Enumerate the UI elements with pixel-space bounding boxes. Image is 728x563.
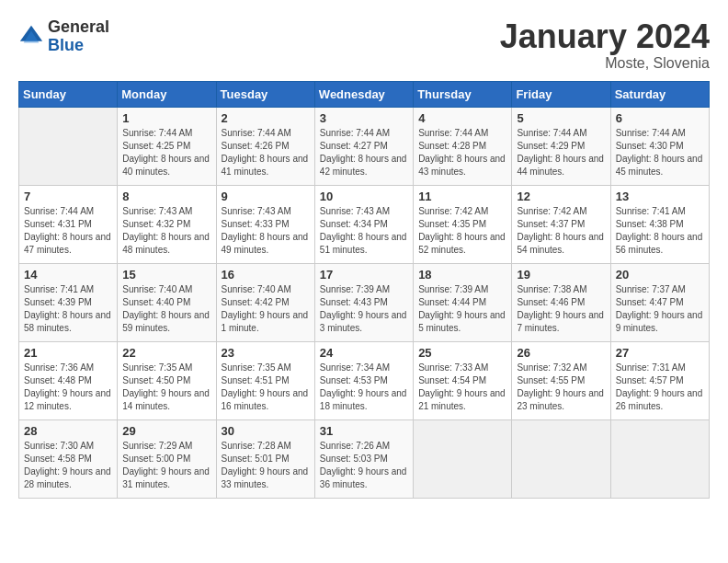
- calendar-cell: 25Sunrise: 7:33 AMSunset: 4:54 PMDayligh…: [414, 341, 512, 419]
- calendar-cell: 28Sunrise: 7:30 AMSunset: 4:58 PMDayligh…: [19, 419, 118, 498]
- title-block: January 2024 Moste, Slovenia: [500, 18, 710, 72]
- calendar-cell: 15Sunrise: 7:40 AMSunset: 4:40 PMDayligh…: [118, 263, 216, 341]
- calendar-cell: 14Sunrise: 7:41 AMSunset: 4:39 PMDayligh…: [19, 263, 118, 341]
- calendar-cell: [414, 419, 512, 498]
- day-info: Sunrise: 7:28 AMSunset: 5:01 PMDaylight:…: [222, 440, 310, 491]
- day-number: 25: [418, 346, 506, 360]
- day-number: 5: [517, 111, 605, 125]
- day-info: Sunrise: 7:33 AMSunset: 4:54 PMDaylight:…: [418, 362, 506, 413]
- day-number: 8: [122, 190, 210, 203]
- calendar-cell: 4Sunrise: 7:44 AMSunset: 4:28 PMDaylight…: [414, 107, 512, 185]
- weekday-header-friday: Friday: [512, 81, 610, 107]
- day-info: Sunrise: 7:44 AMSunset: 4:28 PMDaylight:…: [418, 127, 506, 178]
- day-number: 3: [320, 111, 408, 125]
- day-number: 20: [616, 268, 704, 282]
- week-row-2: 7Sunrise: 7:44 AMSunset: 4:31 PMDaylight…: [19, 185, 710, 263]
- day-number: 27: [616, 346, 704, 360]
- weekday-header-saturday: Saturday: [610, 81, 709, 107]
- day-number: 21: [24, 346, 112, 360]
- day-number: 14: [24, 268, 112, 282]
- day-info: Sunrise: 7:42 AMSunset: 4:35 PMDaylight:…: [418, 205, 506, 257]
- day-number: 28: [24, 424, 112, 438]
- week-row-3: 14Sunrise: 7:41 AMSunset: 4:39 PMDayligh…: [19, 263, 710, 341]
- week-row-4: 21Sunrise: 7:36 AMSunset: 4:48 PMDayligh…: [19, 341, 710, 419]
- week-row-5: 28Sunrise: 7:30 AMSunset: 4:58 PMDayligh…: [19, 419, 710, 498]
- calendar-cell: 31Sunrise: 7:26 AMSunset: 5:03 PMDayligh…: [314, 419, 413, 498]
- calendar-cell: 1Sunrise: 7:44 AMSunset: 4:25 PMDaylight…: [118, 107, 216, 185]
- day-number: 10: [320, 190, 408, 203]
- calendar-title: January 2024: [500, 18, 710, 55]
- calendar-cell: 26Sunrise: 7:32 AMSunset: 4:55 PMDayligh…: [512, 341, 610, 419]
- day-number: 1: [122, 111, 210, 125]
- page-header: General Blue January 2024 Moste, Sloveni…: [18, 18, 710, 72]
- logo-text: General Blue: [48, 18, 109, 55]
- calendar-cell: [19, 107, 118, 185]
- day-info: Sunrise: 7:44 AMSunset: 4:27 PMDaylight:…: [320, 127, 408, 178]
- calendar-cell: 5Sunrise: 7:44 AMSunset: 4:29 PMDaylight…: [512, 107, 610, 185]
- day-number: 16: [222, 268, 310, 282]
- day-info: Sunrise: 7:44 AMSunset: 4:25 PMDaylight:…: [122, 127, 210, 178]
- calendar-cell: 19Sunrise: 7:38 AMSunset: 4:46 PMDayligh…: [512, 263, 610, 341]
- calendar-body: 1Sunrise: 7:44 AMSunset: 4:25 PMDaylight…: [19, 107, 710, 498]
- day-number: 24: [320, 346, 408, 360]
- day-info: Sunrise: 7:34 AMSunset: 4:53 PMDaylight:…: [320, 362, 408, 413]
- day-info: Sunrise: 7:39 AMSunset: 4:44 PMDaylight:…: [418, 283, 506, 335]
- logo: General Blue: [18, 18, 109, 55]
- day-number: 6: [616, 111, 704, 125]
- day-info: Sunrise: 7:35 AMSunset: 4:50 PMDaylight:…: [122, 362, 210, 413]
- calendar-cell: 24Sunrise: 7:34 AMSunset: 4:53 PMDayligh…: [314, 341, 413, 419]
- day-info: Sunrise: 7:42 AMSunset: 4:37 PMDaylight:…: [517, 205, 605, 257]
- day-number: 17: [320, 268, 408, 282]
- calendar-cell: [610, 419, 709, 498]
- day-number: 30: [222, 424, 310, 438]
- day-info: Sunrise: 7:38 AMSunset: 4:46 PMDaylight:…: [517, 283, 605, 335]
- calendar-cell: 2Sunrise: 7:44 AMSunset: 4:26 PMDaylight…: [216, 107, 314, 185]
- day-info: Sunrise: 7:43 AMSunset: 4:32 PMDaylight:…: [122, 205, 210, 257]
- calendar-cell: 20Sunrise: 7:37 AMSunset: 4:47 PMDayligh…: [610, 263, 709, 341]
- calendar-cell: 8Sunrise: 7:43 AMSunset: 4:32 PMDaylight…: [118, 185, 216, 263]
- day-info: Sunrise: 7:40 AMSunset: 4:40 PMDaylight:…: [122, 283, 210, 335]
- day-info: Sunrise: 7:43 AMSunset: 4:33 PMDaylight:…: [222, 205, 310, 257]
- calendar-cell: 13Sunrise: 7:41 AMSunset: 4:38 PMDayligh…: [610, 185, 709, 263]
- day-info: Sunrise: 7:41 AMSunset: 4:38 PMDaylight:…: [616, 205, 704, 257]
- day-number: 13: [616, 190, 704, 203]
- day-info: Sunrise: 7:43 AMSunset: 4:34 PMDaylight:…: [320, 205, 408, 257]
- day-number: 31: [320, 424, 408, 438]
- day-number: 9: [222, 190, 310, 203]
- day-info: Sunrise: 7:41 AMSunset: 4:39 PMDaylight:…: [24, 283, 112, 335]
- calendar-cell: 6Sunrise: 7:44 AMSunset: 4:30 PMDaylight…: [610, 107, 709, 185]
- day-number: 29: [122, 424, 210, 438]
- day-number: 11: [418, 190, 506, 203]
- day-info: Sunrise: 7:35 AMSunset: 4:51 PMDaylight:…: [222, 362, 310, 413]
- day-number: 4: [418, 111, 506, 125]
- day-number: 22: [122, 346, 210, 360]
- weekday-row: SundayMondayTuesdayWednesdayThursdayFrid…: [19, 81, 710, 107]
- calendar-cell: 7Sunrise: 7:44 AMSunset: 4:31 PMDaylight…: [19, 185, 118, 263]
- day-info: Sunrise: 7:36 AMSunset: 4:48 PMDaylight:…: [24, 362, 112, 413]
- calendar-header: SundayMondayTuesdayWednesdayThursdayFrid…: [19, 81, 710, 107]
- calendar-cell: 27Sunrise: 7:31 AMSunset: 4:57 PMDayligh…: [610, 341, 709, 419]
- calendar-cell: 29Sunrise: 7:29 AMSunset: 5:00 PMDayligh…: [118, 419, 216, 498]
- day-number: 18: [418, 268, 506, 282]
- calendar-cell: 30Sunrise: 7:28 AMSunset: 5:01 PMDayligh…: [216, 419, 314, 498]
- calendar-subtitle: Moste, Slovenia: [500, 55, 710, 72]
- day-info: Sunrise: 7:30 AMSunset: 4:58 PMDaylight:…: [24, 440, 112, 491]
- weekday-header-tuesday: Tuesday: [216, 81, 314, 107]
- day-info: Sunrise: 7:32 AMSunset: 4:55 PMDaylight:…: [517, 362, 605, 413]
- calendar-cell: 21Sunrise: 7:36 AMSunset: 4:48 PMDayligh…: [19, 341, 118, 419]
- week-row-1: 1Sunrise: 7:44 AMSunset: 4:25 PMDaylight…: [19, 107, 710, 185]
- day-number: 23: [222, 346, 310, 360]
- calendar-cell: 3Sunrise: 7:44 AMSunset: 4:27 PMDaylight…: [314, 107, 413, 185]
- weekday-header-sunday: Sunday: [19, 81, 118, 107]
- weekday-header-monday: Monday: [118, 81, 216, 107]
- calendar-cell: 11Sunrise: 7:42 AMSunset: 4:35 PMDayligh…: [414, 185, 512, 263]
- day-number: 2: [222, 111, 310, 125]
- calendar-cell: 22Sunrise: 7:35 AMSunset: 4:50 PMDayligh…: [118, 341, 216, 419]
- day-number: 19: [517, 268, 605, 282]
- calendar-cell: 10Sunrise: 7:43 AMSunset: 4:34 PMDayligh…: [314, 185, 413, 263]
- day-info: Sunrise: 7:40 AMSunset: 4:42 PMDaylight:…: [222, 283, 310, 335]
- logo-icon: [18, 24, 44, 50]
- day-number: 12: [517, 190, 605, 203]
- calendar-cell: 16Sunrise: 7:40 AMSunset: 4:42 PMDayligh…: [216, 263, 314, 341]
- day-number: 7: [24, 190, 112, 203]
